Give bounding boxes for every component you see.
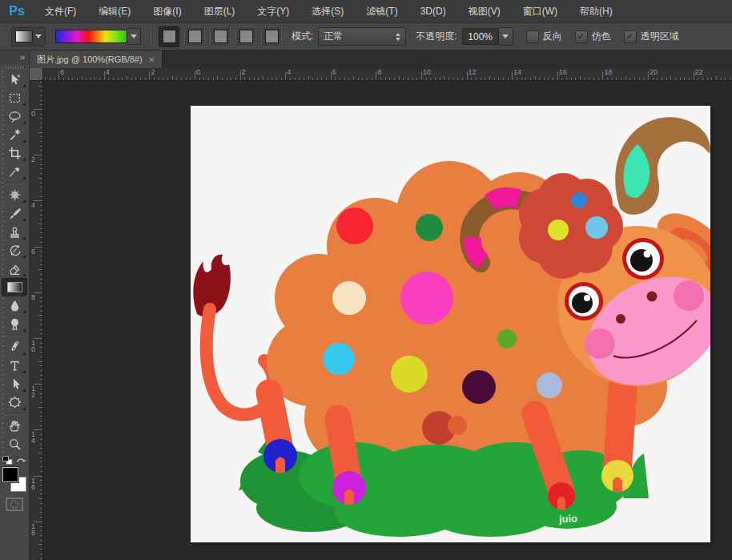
reflected-gradient-button[interactable] [235, 26, 256, 47]
menu-layer[interactable]: 图层(L) [193, 0, 247, 22]
vertical-ruler[interactable]: 024681012141618 [30, 80, 43, 560]
watermark-text: juio [559, 513, 578, 526]
type-tool[interactable] [2, 357, 27, 375]
crop-tool[interactable] [2, 144, 27, 163]
clone-stamp-tool[interactable] [2, 223, 27, 241]
gradient-tool[interactable] [2, 278, 27, 296]
brush-tool[interactable] [2, 204, 27, 223]
reverse-checkbox[interactable] [526, 30, 539, 43]
photoshop-logo: Ps [0, 4, 34, 18]
dodge-tool[interactable] [2, 315, 27, 333]
reflected-gradient-icon [239, 30, 253, 43]
collapse-panel-button[interactable]: » [0, 50, 29, 65]
angle-gradient-icon [214, 30, 227, 43]
menu-select[interactable]: 选择(S) [300, 0, 355, 22]
gradient-picker-arrow[interactable] [127, 28, 141, 45]
angle-gradient-button[interactable] [210, 26, 231, 47]
tool-preset-picker[interactable] [11, 27, 46, 46]
tool-group-divider [4, 413, 25, 415]
history-brush-tool[interactable] [2, 241, 27, 260]
foreground-color-swatch[interactable] [2, 467, 18, 482]
magic-wand-tool[interactable] [2, 126, 27, 144]
menu-file[interactable]: 文件(F) [34, 0, 87, 22]
pen-tool[interactable] [2, 338, 27, 357]
transparency-checkbox[interactable]: ✓ [624, 30, 637, 43]
move-tool[interactable] [2, 71, 27, 89]
menu-filter[interactable]: 滤镜(T) [355, 0, 408, 22]
double-arrow-icon: » [20, 52, 24, 62]
transparency-label: 透明区域 [641, 30, 679, 43]
menu-help[interactable]: 帮助(H) [569, 0, 624, 22]
blend-mode-select[interactable]: 正常 [318, 27, 406, 46]
check-icon: ✓ [577, 32, 585, 41]
dither-checkbox[interactable]: ✓ [575, 30, 588, 43]
blur-tool[interactable] [2, 296, 27, 315]
menu-type[interactable]: 文字(Y) [246, 0, 300, 22]
eyedropper-tool[interactable] [2, 163, 27, 181]
menu-bar: Ps 文件(F) 编辑(E) 图像(I) 图层(L) 文字(Y) 选择(S) 滤… [0, 0, 732, 23]
linear-gradient-icon [163, 30, 176, 43]
lasso-tool[interactable] [2, 107, 27, 126]
custom-shape-tool[interactable] [2, 393, 27, 412]
linear-gradient-button[interactable] [159, 26, 179, 47]
pasteboard[interactable]: juio [42, 80, 732, 560]
document-tab[interactable]: 图片.jpg @ 100%(RGB/8#) × [30, 50, 163, 68]
hand-tool[interactable] [2, 417, 27, 435]
sheep-artwork [191, 106, 710, 542]
document-tab-bar: 图片.jpg @ 100%(RGB/8#) × [30, 50, 732, 68]
radial-gradient-icon [188, 30, 202, 43]
gradient-preset-icon [15, 30, 33, 42]
check-icon: ✓ [626, 32, 633, 41]
opacity-value: 100% [468, 31, 493, 42]
image-canvas[interactable]: juio [191, 106, 710, 542]
horn-right [615, 117, 710, 215]
horizontal-ruler[interactable]: 6420246810121416182022 [42, 68, 732, 81]
swap-colors-icon[interactable] [16, 456, 26, 465]
diamond-gradient-button[interactable] [261, 26, 282, 47]
menu-edit[interactable]: 编辑(E) [87, 0, 142, 22]
color-controls [0, 456, 29, 511]
tool-options-bar: 模式: 正常 不透明度: 100% 反向 ✓ 仿色 ✓ 透明区域 [0, 23, 732, 50]
mode-label: 模式: [292, 30, 313, 43]
radial-gradient-button[interactable] [184, 26, 205, 47]
chevron-down-icon [35, 34, 42, 38]
gradient-tool-icon [7, 282, 22, 292]
menu-image[interactable]: 图像(I) [142, 0, 192, 22]
panel-drag-handle[interactable] [6, 66, 23, 69]
gradient-preview[interactable] [55, 30, 127, 43]
blend-mode-value: 正常 [324, 30, 343, 43]
tools-panel: » [0, 50, 30, 560]
foreground-background-swatches [2, 467, 27, 493]
tool-group-divider [4, 183, 25, 184]
spot-healing-brush-tool[interactable] [2, 186, 27, 204]
photoshop-window: Ps 文件(F) 编辑(E) 图像(I) 图层(L) 文字(Y) 选择(S) 滤… [0, 0, 732, 560]
chevron-down-icon [502, 34, 509, 38]
close-icon[interactable]: × [149, 54, 155, 65]
tool-group-divider [4, 335, 25, 336]
path-selection-tool[interactable] [2, 375, 27, 393]
dither-label: 仿色 [592, 30, 611, 43]
chevron-down-icon [131, 34, 137, 38]
reverse-label: 反向 [543, 30, 562, 43]
opacity-input[interactable]: 100% [462, 28, 499, 45]
menu-window[interactable]: 窗口(W) [512, 0, 569, 22]
quick-mask-button[interactable] [6, 498, 23, 511]
spinner-arrows-icon [396, 33, 400, 41]
zoom-tool[interactable] [2, 435, 27, 453]
menu-3d[interactable]: 3D(D) [409, 0, 457, 22]
menu-view[interactable]: 视图(V) [457, 0, 512, 22]
document-area: 6420246810121416182022 024681012141618 [30, 68, 732, 560]
rectangular-marquee-tool[interactable] [2, 89, 27, 107]
opacity-label: 不透明度: [416, 30, 456, 43]
diamond-gradient-icon [265, 30, 279, 43]
ruler-origin-corner[interactable] [30, 68, 43, 81]
eraser-tool[interactable] [2, 260, 27, 278]
document-title: 图片.jpg @ 100%(RGB/8#) [37, 54, 143, 66]
separator [149, 27, 151, 46]
opacity-slider-arrow[interactable] [499, 27, 513, 46]
